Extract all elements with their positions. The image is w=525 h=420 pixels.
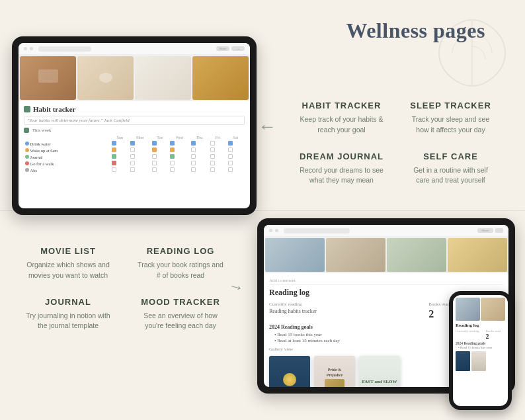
feature-habit-tracker: HABIT TRACKER Keep track of your habits … <box>287 93 396 144</box>
photo-strip <box>19 55 250 101</box>
phone-goals-section: 2024 Reading goals <box>456 341 505 345</box>
phone-currently-col: Currently reading <box>456 329 479 340</box>
photo-item-1 <box>20 56 76 100</box>
feature-desc: Organize which shows and movies you want… <box>22 260 114 281</box>
feature-mood-tracker: MOOD TRACKER See an overview of how you'… <box>124 289 237 340</box>
photo-item-3 <box>135 56 191 100</box>
phone-goal-item: • Read 15 books this year <box>458 346 505 349</box>
feature-desc: Track your book ratings and # of books r… <box>135 260 226 281</box>
feature-title: READING LOG <box>135 246 226 256</box>
reading-nav-bar: Share <box>264 225 508 237</box>
nav-url <box>38 46 91 52</box>
nav-actions: Share ⋯ <box>216 46 245 51</box>
book-gatsby: GATSBY <box>269 356 310 387</box>
tablet-left-screen: Share ⋯ Habit tracker "Your habits will … <box>19 43 250 208</box>
reading-photo-2 <box>326 238 385 272</box>
feature-title: HABIT TRACKER <box>298 101 385 110</box>
tablet-nav-bar: Share ⋯ <box>19 43 250 55</box>
book-pride-container: Pride &Prejudice Pride and Prejudice ★★★… <box>314 356 355 387</box>
tablet-left-mockup: Share ⋯ Habit tracker "Your habits will … <box>12 36 257 215</box>
currently-reading-label: Currently reading <box>269 302 418 307</box>
col-header-name <box>24 135 110 140</box>
features-bottom-left: MOVIE LIST Organize which shows and movi… <box>12 238 237 339</box>
col-header-wed: Wed <box>169 135 190 140</box>
page-title: Wellness pages <box>346 19 485 43</box>
habit-tracker-content: Habit tracker "Your habits will determin… <box>19 101 250 177</box>
reading-share-btn[interactable]: Share <box>477 228 493 233</box>
phone-mini-books <box>456 351 505 371</box>
arrow-right: ← <box>258 116 276 137</box>
feature-desc: Try journaling in notion with the journa… <box>22 311 114 332</box>
habit-nav-icon <box>24 106 30 112</box>
features-top-right: HABIT TRACKER Keep track of your habits … <box>287 93 505 194</box>
nav-dot <box>24 47 27 50</box>
phone-mockup: Reading log Currently reading Books read… <box>449 291 512 410</box>
book-fast-title: FAST and SLOW <box>362 380 397 385</box>
col-header-fri: Fri <box>209 135 227 140</box>
page-title-area: Wellness pages <box>346 19 485 43</box>
feature-dream-journal: DREAM JOURNAL Record your dreams to see … <box>287 144 396 194</box>
share-button[interactable]: Share <box>216 46 229 51</box>
reading-nav-dot <box>269 229 272 232</box>
currently-reading-col: Currently reading Reading habits tracker <box>269 302 418 320</box>
habit-subtitle: "Your habits will determine your future.… <box>24 116 245 125</box>
habit-title: Habit tracker <box>33 105 75 113</box>
feature-self-care: SELF CARE Get in a routine with self car… <box>396 144 505 194</box>
book-gatsby-container: GATSBY The Great Gatsby ★★★★★ Finished <box>269 356 310 387</box>
reading-photo-4 <box>448 238 507 272</box>
phone-photo-2 <box>481 298 505 321</box>
table-row: Abs <box>24 167 245 173</box>
reading-more-btn[interactable] <box>495 228 503 233</box>
phone-mini-book-1 <box>456 351 470 371</box>
feature-journal: JOURNAL Try journaling in notion with th… <box>12 289 124 340</box>
reading-nav-url <box>284 228 350 233</box>
table-row: Wake up at 6am <box>24 147 245 153</box>
nav-btn[interactable]: ⋯ <box>231 46 245 51</box>
feature-title: SLEEP TRACKER <box>407 101 495 110</box>
add-comment-label: Add comment <box>269 276 503 285</box>
habit-week-label: This week <box>24 128 245 133</box>
phone-books-col: Books read 2 <box>485 329 501 340</box>
feature-movie-list: MOVIE LIST Organize which shows and movi… <box>12 238 124 289</box>
col-header-tue: Tue <box>151 135 169 140</box>
photo-item-2 <box>77 56 134 100</box>
book-pride: Pride &Prejudice <box>314 356 355 387</box>
col-header-mon: Mon <box>129 135 151 140</box>
book-gatsby-decoration <box>283 373 296 386</box>
feature-title: MOVIE LIST <box>22 246 114 256</box>
phone-screen: Reading log Currently reading Books read… <box>453 295 508 406</box>
col-header-sat: Sat <box>227 135 245 140</box>
phone-photo-1 <box>456 298 480 321</box>
reading-photo-strip <box>264 237 508 273</box>
currently-reading-value: Reading habits tracker <box>269 308 418 314</box>
reading-photo-1 <box>265 238 325 272</box>
reading-photo-3 <box>387 238 446 272</box>
col-header-thu: Thu <box>190 135 209 140</box>
phone-reading-title: Reading log <box>456 323 505 328</box>
section-divider <box>0 210 525 211</box>
nav-dot <box>30 47 33 50</box>
book-pride-title: Pride &Prejudice <box>327 368 343 377</box>
book-pride-decoration <box>325 379 344 387</box>
feature-desc: Keep track of your habits & reach your g… <box>298 114 385 136</box>
col-header-sun: Sun <box>110 135 129 140</box>
table-row: Drink water <box>24 140 245 147</box>
phone-photo-strip <box>456 298 505 321</box>
phone-content: Reading log Currently reading Books read… <box>453 295 508 374</box>
feature-title: DREAM JOURNAL <box>298 151 385 161</box>
table-row: Go for a walk <box>24 160 245 167</box>
feature-reading-log: READING LOG Track your book ratings and … <box>124 238 237 289</box>
photo-item-4 <box>192 56 249 100</box>
feature-sleep-tracker: SLEEP TRACKER Track your sleep and see h… <box>396 93 505 144</box>
feature-title: MOOD TRACKER <box>135 297 226 307</box>
habit-nav: Habit tracker <box>24 105 245 113</box>
feature-desc: Get in a routine with self care and trea… <box>407 165 495 187</box>
feature-title: JOURNAL <box>22 297 114 307</box>
feature-title: SELF CARE <box>407 151 495 161</box>
feature-desc: See an overview of how you're feeling ea… <box>135 311 226 332</box>
book-fast: FAST and SLOW <box>359 356 400 387</box>
table-row: Journal <box>24 153 245 160</box>
arrow-bottom: → <box>226 276 246 297</box>
book-fast-container: FAST and SLOW Fast and Slow Currently re… <box>359 356 400 387</box>
reading-nav-dot <box>275 229 278 232</box>
